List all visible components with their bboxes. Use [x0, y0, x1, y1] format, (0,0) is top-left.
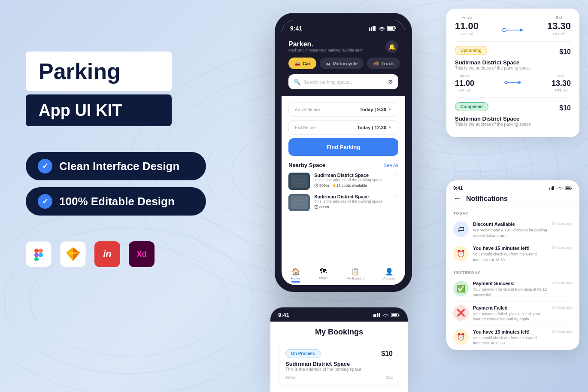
- parking-addr-2: This is the address of the parking space: [314, 199, 389, 204]
- notif-15min-yesterday-text: You have 15 minutes left! You should che…: [473, 329, 548, 346]
- booking-exit-col: Exit: [386, 375, 393, 380]
- dot-icon: [333, 184, 336, 187]
- notif-item-payment-success: ✅ Payment Success! Your payment for Gran…: [453, 277, 573, 301]
- yesterday-label: YESTERDAY: [453, 266, 573, 277]
- my-bookings-title: My Bookings: [279, 328, 399, 337]
- nav-maps[interactable]: 🗺 Maps: [319, 267, 327, 283]
- filter-icon[interactable]: ⚙: [388, 79, 393, 85]
- notif-status-bar: 9:41: [453, 185, 573, 191]
- upcoming-arrive-date: Oct. 22: [455, 88, 474, 92]
- booking-card-top: Arrive 11.00 Oct. 22 Exit 13.30 Oct. 22 …: [446, 9, 579, 137]
- back-arrow-button[interactable]: ←: [453, 194, 461, 203]
- exit-before-value: Today | 12.30 ▼: [357, 125, 392, 130]
- exit-before-row[interactable]: Exit Before Today | 12.30 ▼: [288, 120, 398, 135]
- exit-time-top: 13.30: [547, 21, 571, 32]
- notif-section-yesterday: YESTERDAY ✅ Payment Success! Your paymen…: [446, 266, 579, 350]
- booking-item-addr: This is the address of the parking space: [285, 367, 393, 372]
- nav-home[interactable]: 🏠 Home: [291, 267, 300, 283]
- arrive-before-value: Today | 9.30 ▼: [360, 107, 392, 112]
- search-placeholder: Search parking space...: [304, 79, 354, 85]
- parking-name-1: Sudirman District Space: [314, 173, 389, 178]
- svg-rect-66: [566, 187, 570, 189]
- chevron-down-icon: ▼: [388, 107, 392, 112]
- on-process-badge: On Process: [285, 349, 321, 358]
- nav-booking[interactable]: 📋 My Booking: [346, 267, 364, 283]
- svg-rect-55: [379, 313, 380, 317]
- booking-phone: 9:41 My Bookings On Process $10 Sudirman…: [270, 307, 408, 392]
- notif-15min-text: You have 15 minutes left! You should che…: [473, 246, 548, 262]
- vehicle-tab-truck[interactable]: 🚚 Truck: [367, 58, 400, 69]
- upcoming-arrive-label: Arrive: [455, 74, 474, 78]
- parking-addr-1: This is the address of the parking space: [314, 178, 389, 182]
- feature-badge-2: 100% Editable Design: [26, 187, 206, 216]
- parking-item-2[interactable]: Sudirman District Space This is the addr…: [288, 194, 398, 211]
- home-icon: 🏠: [291, 267, 300, 276]
- first-arrive-exit-row: Arrive 11.00 Oct. 22 Exit 13.30 Oct. 22: [455, 15, 571, 36]
- notifications-title: Notifications: [466, 195, 508, 203]
- status-icons: [369, 26, 397, 31]
- svg-rect-24: [369, 27, 370, 31]
- nav-booking-label: My Booking: [346, 277, 364, 280]
- parking-name-2: Sudirman District Space: [314, 194, 389, 199]
- svg-rect-63: [553, 186, 554, 190]
- upcoming-exit-date: Oct. 22: [552, 88, 571, 92]
- payment-failed-body: Your payment failed, please check your i…: [473, 311, 548, 322]
- vehicle-tab-motorcycle[interactable]: 🏍 Motorcycle: [320, 58, 364, 69]
- upcoming-exit-col: Exit 13.30 Oct. 22: [552, 74, 571, 92]
- nav-account-label: Account: [383, 277, 396, 280]
- svg-rect-59: [398, 314, 400, 316]
- svg-rect-67: [571, 188, 572, 189]
- parking-meta-1: 800m 12 spots available: [314, 183, 389, 188]
- app-branding: Parken. Mark and choose your parking fav…: [288, 40, 364, 52]
- nearby-title: Nearby Space: [288, 162, 325, 168]
- vehicle-tab-car[interactable]: 🚗 Car: [288, 58, 316, 69]
- ae-middle-top: [497, 18, 529, 33]
- app-title: Parken.: [288, 40, 364, 48]
- 15min-body: You should check out from the Grand Indo…: [473, 252, 548, 262]
- distance-1: 800m: [314, 183, 329, 188]
- tool-icons: in Xd: [26, 241, 232, 267]
- upcoming-exit-time: 13.30: [552, 79, 571, 88]
- car-icon: 🚗: [294, 61, 300, 66]
- svg-point-28: [382, 30, 383, 31]
- search-bar[interactable]: 🔍 Search parking space... ⚙: [288, 74, 398, 89]
- check-icon-1: [38, 159, 52, 173]
- notifications-phone: 9:41 ← Notifications TODAY 🏷 Discount Av…: [446, 180, 579, 350]
- notif-item-discount: 🏷 Discount Available We recommend a 10% …: [453, 218, 573, 242]
- favorite-icon-1[interactable]: ♡: [394, 173, 398, 179]
- search-icon: 🔍: [294, 79, 300, 85]
- exit-date-top: Oct. 22: [547, 32, 571, 36]
- svg-point-64: [560, 189, 561, 190]
- search-left: 🔍 Search parking space...: [294, 79, 354, 85]
- invision-icon: in: [94, 241, 120, 267]
- svg-rect-61: [551, 187, 552, 190]
- booking-exit-label: Exit: [386, 375, 393, 380]
- notification-bell-button[interactable]: 🔔: [385, 40, 398, 53]
- favorite-icon-2[interactable]: ♡: [394, 194, 398, 200]
- see-all-link[interactable]: See All: [384, 163, 398, 168]
- svg-rect-16: [34, 257, 39, 261]
- upcoming-place-addr: This is the address of the parking space: [455, 66, 571, 70]
- completed-badge: Completed: [455, 102, 488, 111]
- nav-account[interactable]: 👤 Account: [383, 267, 396, 283]
- parking-info-2: Sudirman District Space This is the addr…: [314, 194, 389, 209]
- parking-thumb-1: [288, 173, 310, 190]
- completed-place-name: Sudirman District Space: [455, 115, 571, 122]
- parking-thumb-2: [288, 194, 310, 211]
- vehicle-tabs: 🚗 Car 🏍 Motorcycle 🚚 Truck: [288, 58, 398, 69]
- spots-1: 12 spots available: [333, 183, 367, 188]
- find-parking-button[interactable]: Find Parking: [288, 138, 398, 156]
- upcoming-badge: Upcoming: [455, 46, 487, 55]
- card-divider-2: [455, 97, 571, 98]
- svg-rect-40: [291, 196, 308, 209]
- arrive-before-row[interactable]: Arrive Before Today | 9.30 ▼: [288, 102, 398, 117]
- nav-home-label: Home: [291, 277, 300, 280]
- upcoming-header: Upcoming $10: [455, 46, 571, 58]
- payment-success-icon: ✅: [453, 281, 469, 296]
- notif-time: 9:41: [453, 185, 463, 191]
- svg-rect-25: [371, 27, 372, 31]
- booking-icon: 📋: [351, 267, 360, 276]
- parking-item-1[interactable]: Sudirman District Space This is the addr…: [288, 173, 398, 190]
- booking-item-ae: Arrive Exit: [285, 375, 393, 380]
- upcoming-exit-label: Exit: [552, 74, 571, 78]
